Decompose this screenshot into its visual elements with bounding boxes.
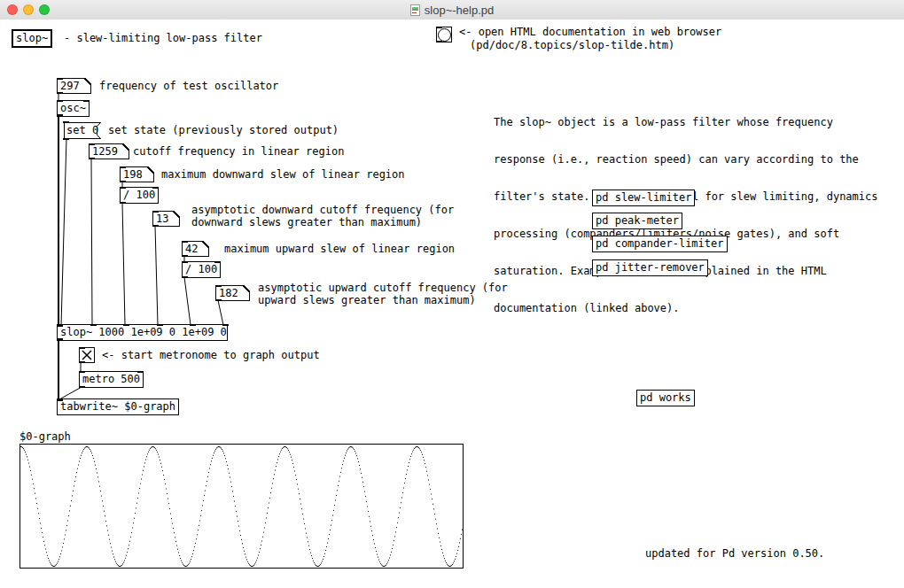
- open-docs-bang[interactable]: [436, 27, 452, 43]
- slop-object[interactable]: slop~ 1000 1e+09 0 1e+09 0: [57, 324, 228, 341]
- down-asym-value: 13: [156, 213, 168, 225]
- inlet-pin-2: [90, 324, 97, 326]
- up-slew-comment: maximum upward slew of linear region: [224, 243, 455, 255]
- down-slew-number-box[interactable]: 198: [120, 166, 154, 182]
- divide-100-up-object[interactable]: / 100: [182, 261, 221, 278]
- tabwrite-label: tabwrite~ $0-graph: [60, 400, 175, 413]
- inlet-pin-3: [123, 324, 129, 326]
- up-asym-comment-line2: upward slews greater than maximum): [258, 294, 476, 306]
- down-slew-value: 198: [123, 168, 143, 181]
- outlet-pin: [57, 92, 63, 94]
- version-footer-comment: updated for Pd version 0.50.: [645, 547, 824, 560]
- tagline-comment: - slew-limiting low-pass filter: [64, 32, 262, 44]
- set-message-label: set 0: [64, 124, 98, 136]
- frequency-comment: frequency of test oscillator: [99, 80, 278, 92]
- osc-object[interactable]: osc~: [57, 100, 90, 117]
- outlet-pin: [120, 181, 126, 182]
- down-asym-number-box[interactable]: 13: [152, 211, 180, 227]
- inlet-pin: [57, 100, 63, 102]
- outlet-pin: [79, 386, 85, 388]
- inlet-pin: [63, 121, 69, 123]
- inlet-pin-right: [152, 187, 159, 189]
- patch-canvas: slop~ - slew-limiting low-pass filter <-…: [0, 19, 904, 588]
- window-title: slop~-help.pd: [425, 4, 494, 17]
- slop-title-object[interactable]: slop~: [12, 29, 52, 48]
- slop-title-label: slop~: [16, 32, 48, 44]
- signal-outlet-pin: [57, 338, 63, 341]
- inlet-pin: [152, 211, 159, 213]
- metro-comment: <- start metronome to graph output: [102, 349, 320, 361]
- outlet-pin: [215, 299, 222, 301]
- signal-outlet-pin: [57, 114, 63, 117]
- subpatch-label: pd jitter-remover: [596, 261, 705, 274]
- inlet-pin: [120, 187, 126, 189]
- outlet-pin: [182, 276, 188, 278]
- up-asym-comment-line1: asymptotic upward cutoff frequency (for: [258, 282, 508, 294]
- inlet-pin: [120, 166, 126, 168]
- inlet-pin-right: [137, 371, 144, 373]
- tabwrite-object[interactable]: tabwrite~ $0-graph: [57, 398, 179, 415]
- inlet-pin-5: [190, 324, 196, 326]
- description-line: documentation (linked above).: [494, 302, 877, 314]
- outlet-pin: [182, 255, 188, 257]
- outlet-pin: [89, 158, 95, 159]
- cutoff-number-box[interactable]: 1259: [89, 143, 129, 159]
- description-line: response (i.e., reaction speed) can vary…: [494, 153, 877, 166]
- inlet-pin: [57, 78, 63, 80]
- up-asym-value: 182: [219, 287, 238, 299]
- outlet-pin: [63, 138, 69, 140]
- graph-array-label: $0-graph: [19, 430, 71, 443]
- description-line: The slop~ object is a low-pass filter wh…: [494, 116, 877, 128]
- bang-circle-icon: [438, 28, 451, 42]
- inlet-pin-6: [222, 324, 229, 326]
- osc-label: osc~: [60, 102, 86, 114]
- frequency-number-box[interactable]: 297: [57, 78, 91, 94]
- inlet-pin: [79, 371, 85, 373]
- inlet-pin: [182, 241, 188, 243]
- inlet-pin-right: [214, 261, 221, 263]
- sine-wave-plot: [20, 445, 463, 568]
- inlet-pin-right: [83, 100, 90, 102]
- subpatch-compander-limiter[interactable]: pd compander-limiter: [592, 236, 728, 252]
- up-slew-number-box[interactable]: 42: [182, 241, 209, 257]
- set-state-comment: set state (previously stored output): [108, 124, 339, 136]
- metro-label: metro 500: [82, 373, 140, 385]
- subpatch-peak-meter[interactable]: pd peak-meter: [592, 213, 682, 229]
- cutoff-value: 1259: [92, 145, 118, 158]
- down-slew-comment: maximum downward slew of linear region: [161, 168, 405, 181]
- patch-file-icon: [410, 4, 420, 16]
- signal-inlet-pin: [57, 398, 63, 401]
- cutoff-comment: cutoff frequency in linear region: [133, 145, 344, 158]
- divide-label: / 100: [185, 263, 217, 275]
- down-asym-comment-line1: asymptotic downward cutoff frequency (fo…: [191, 204, 454, 216]
- metro-object[interactable]: metro 500: [79, 371, 144, 388]
- outlet-pin: [152, 225, 159, 227]
- doc-comment-line1: <- open HTML documentation in web browse…: [459, 26, 721, 38]
- set-state-message[interactable]: set 0: [64, 122, 101, 139]
- description-paragraph: The slop~ object is a low-pass filter wh…: [494, 91, 877, 339]
- up-asym-number-box[interactable]: 182: [215, 285, 250, 301]
- subpatch-label: pd peak-meter: [596, 214, 679, 227]
- inlet-pin: [215, 285, 222, 287]
- outlet-pin: [79, 361, 85, 363]
- inlet-pin: [182, 261, 188, 263]
- metro-toggle[interactable]: [79, 347, 95, 363]
- subpatch-label: pd works: [640, 391, 691, 404]
- down-asym-comment-line2: downward slews greater than maximum): [191, 216, 422, 228]
- subpatch-jitter-remover[interactable]: pd jitter-remover: [592, 259, 708, 276]
- toggle-x-icon: [80, 348, 94, 362]
- subpatch-slew-limiter[interactable]: pd slew-limiter: [592, 190, 695, 206]
- divide-100-down-object[interactable]: / 100: [120, 187, 159, 204]
- inlet-pin: [89, 143, 95, 145]
- subpatch-works[interactable]: pd works: [636, 390, 695, 406]
- inlet-pin-4: [157, 324, 163, 326]
- output-graph: [19, 444, 464, 569]
- signal-inlet-pin: [57, 324, 63, 327]
- up-slew-value: 42: [185, 243, 198, 255]
- doc-comment-line2: (pd/doc/8.topics/slop-tilde.htm): [470, 39, 674, 51]
- outlet-pin: [120, 202, 126, 204]
- slop-args-label: slop~ 1000 1e+09 0 1e+09 0: [60, 326, 227, 338]
- inlet-pin: [79, 347, 85, 349]
- subpatch-label: pd compander-limiter: [596, 237, 724, 250]
- subpatch-label: pd slew-limiter: [596, 191, 691, 204]
